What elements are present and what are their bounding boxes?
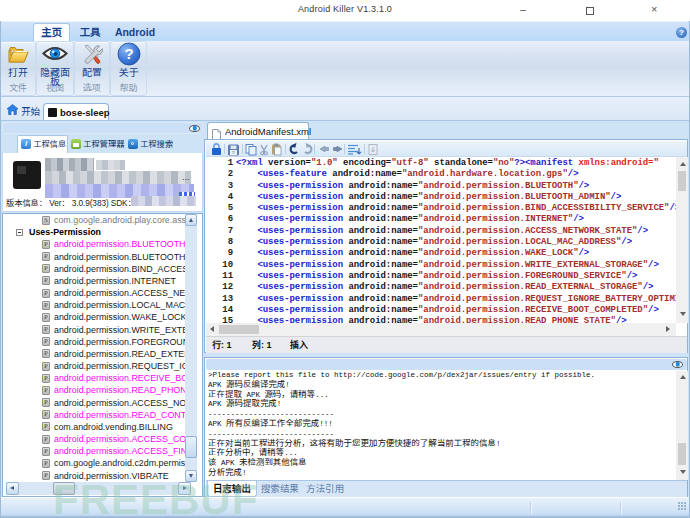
svg-text:?: ?: [124, 45, 133, 62]
